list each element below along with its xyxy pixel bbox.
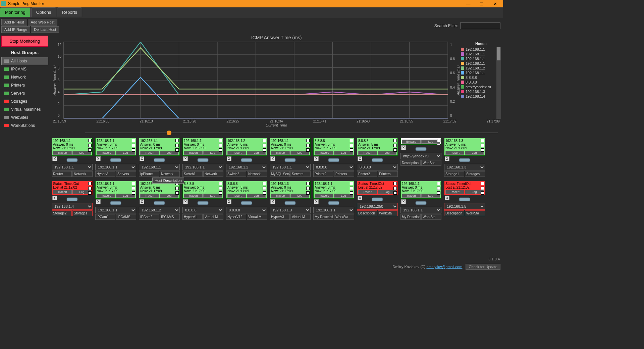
tracert-button[interactable]: Tracert: [445, 151, 464, 155]
tracert-button[interactable]: Tracert: [97, 194, 115, 198]
check-update-button[interactable]: Check for Update: [466, 264, 500, 270]
description-field[interactable]: Description: [357, 210, 377, 216]
group-field[interactable]: Servers: [116, 171, 136, 177]
ip-select[interactable]: 8.8.8.8: [313, 164, 354, 170]
checkbox-icon[interactable]: [306, 148, 310, 152]
stop-monitoring-button[interactable]: Stop Monitoring: [1, 36, 48, 47]
checkbox-icon[interactable]: [437, 187, 440, 190]
ip-select[interactable]: 8.8.8.8: [357, 164, 398, 170]
ip-select[interactable]: 192.168.1.1: [400, 207, 441, 213]
sidebar-item-servers[interactable]: Servers: [1, 89, 48, 97]
remove-button[interactable]: X: [445, 156, 449, 161]
sidebar-item-workstations[interactable]: WorkStations: [1, 121, 48, 130]
tracert-button[interactable]: Tracert: [184, 151, 203, 155]
description-field[interactable]: HyperV3: [270, 214, 290, 220]
tracert-button[interactable]: Tracert: [227, 194, 246, 198]
checkbox-icon[interactable]: [393, 182, 397, 185]
tracert-button[interactable]: Tracert: [315, 151, 333, 155]
group-field[interactable]: WebSite: [421, 160, 441, 166]
tracert-button[interactable]: Tracert: [271, 151, 290, 155]
remove-button[interactable]: X: [270, 199, 275, 204]
browse-button[interactable]: Browse: [402, 140, 421, 144]
checkbox-icon[interactable]: [132, 144, 135, 147]
ip-select[interactable]: 192.168.1.5: [444, 203, 485, 210]
checkbox-icon[interactable]: [350, 182, 353, 185]
search-input[interactable]: [460, 22, 500, 29]
checkbox-icon[interactable]: [306, 187, 310, 190]
del-last-host-button[interactable]: Del Last Host: [31, 26, 59, 33]
sidebar-item-printers[interactable]: Printers: [1, 81, 48, 89]
checkbox-icon[interactable]: [263, 182, 266, 185]
remove-button[interactable]: X: [96, 199, 101, 204]
tab-options[interactable]: Options: [31, 7, 56, 17]
ip-select[interactable]: 192.168.1.3: [444, 164, 485, 170]
description-field[interactable]: IPCam1: [95, 214, 115, 220]
tracert-button[interactable]: Tracert: [271, 194, 290, 198]
group-field[interactable]: Printers: [378, 171, 398, 177]
sidebar-item-ipcams[interactable]: IPCAMS: [1, 65, 48, 73]
tracert-button[interactable]: Tracert: [358, 151, 377, 155]
checkbox-icon[interactable]: [132, 139, 135, 142]
checkbox-icon[interactable]: [306, 144, 310, 147]
group-field[interactable]: Virtual M: [290, 214, 311, 220]
checkbox-icon[interactable]: [481, 187, 484, 190]
legend-item[interactable]: 8.8.8.8: [461, 80, 501, 85]
checkbox-icon[interactable]: [175, 187, 179, 190]
legend-item[interactable]: 192.168.1.2: [461, 66, 501, 70]
checkbox-icon[interactable]: [219, 182, 222, 185]
checkbox-icon[interactable]: [393, 191, 397, 195]
checkbox-icon[interactable]: [219, 191, 222, 195]
remove-button[interactable]: X: [52, 196, 57, 200]
group-field[interactable]: Network: [247, 171, 267, 177]
description-field[interactable]: My Descripti: [313, 214, 333, 220]
checkbox-icon[interactable]: [88, 187, 92, 190]
tracert-button[interactable]: Tracert: [445, 190, 464, 194]
checkbox-icon[interactable]: [306, 182, 310, 185]
tracert-button[interactable]: Tracert: [97, 151, 115, 155]
group-field[interactable]: Network: [203, 171, 223, 177]
ip-select[interactable]: 192.168.1.1: [313, 207, 354, 213]
checkbox-icon[interactable]: [88, 182, 92, 185]
tracert-button[interactable]: Tracert: [140, 151, 159, 155]
group-field[interactable]: WorkSta: [334, 214, 354, 220]
checkbox-icon[interactable]: [350, 139, 353, 142]
ip-select[interactable]: 8.8.8.8: [226, 207, 267, 213]
legend-item[interactable]: 192.168.1.3: [461, 89, 501, 94]
checkbox-icon[interactable]: [219, 148, 222, 152]
ip-select[interactable]: 192.168.1.1: [139, 164, 180, 170]
remove-button[interactable]: X: [358, 156, 362, 161]
add-web-host-button[interactable]: Add Web Host: [28, 19, 58, 26]
checkbox-icon[interactable]: [393, 139, 397, 142]
ip-select[interactable]: http://yandex.ru: [400, 153, 441, 159]
checkbox-icon[interactable]: [481, 148, 484, 152]
group-field[interactable]: IPCAMS: [160, 214, 180, 220]
description-field[interactable]: HyperV: [95, 171, 115, 177]
checkbox-icon[interactable]: [132, 187, 135, 190]
sidebar-item-storages[interactable]: Storages: [1, 97, 48, 105]
maximize-button[interactable]: ☐: [475, 1, 488, 6]
remove-button[interactable]: X: [52, 156, 57, 161]
checkbox-icon[interactable]: [393, 144, 397, 147]
group-field[interactable]: WorkSta: [421, 214, 441, 220]
description-field[interactable]: Printer2: [313, 171, 333, 177]
remove-button[interactable]: X: [96, 156, 101, 161]
checkbox-icon[interactable]: [263, 148, 266, 152]
checkbox-icon[interactable]: [437, 139, 440, 142]
checkbox-icon[interactable]: [175, 191, 179, 195]
legend-scrollbar[interactable]: [496, 47, 501, 119]
description-field[interactable]: Description: [400, 160, 421, 166]
ip-select[interactable]: 192.168.1.1: [95, 164, 136, 170]
checkbox-icon[interactable]: [175, 139, 179, 142]
add-ip-host-button[interactable]: Add IP Host: [1, 19, 27, 26]
checkbox-icon[interactable]: [350, 191, 353, 195]
remove-button[interactable]: X: [401, 145, 406, 150]
remove-button[interactable]: X: [227, 156, 231, 161]
checkbox-icon[interactable]: [219, 139, 222, 142]
group-field[interactable]: Storages: [465, 171, 485, 177]
checkbox-icon[interactable]: [350, 148, 353, 152]
group-field[interactable]: WorkSta: [378, 210, 398, 216]
remove-button[interactable]: X: [140, 199, 144, 204]
group-field[interactable]: IPCAMS: [116, 214, 136, 220]
email-link[interactable]: dmitry.kw@gmail.com: [426, 265, 462, 269]
ip-select[interactable]: 8.8.8.8: [182, 207, 223, 213]
